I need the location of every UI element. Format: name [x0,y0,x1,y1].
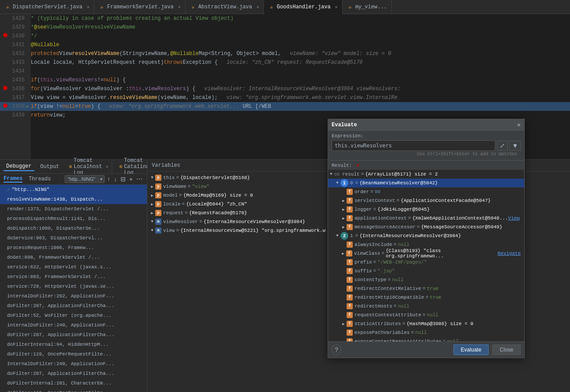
frame-item-13[interactable]: internalDoFilter:240, ApplicationF... [0,320,147,330]
frame-item-18[interactable]: doFilter:207, ApplicationFilterCha... [0,369,147,378]
static-attrs-arrow[interactable] [340,322,347,326]
logger-arrow[interactable] [340,207,347,212]
code-line-1437: View view = viewResolver.resolveViewName… [31,93,570,102]
tab-close-btn[interactable]: ✕ [87,4,89,10]
code-line-1434 [31,67,570,76]
tab-close-btn-4[interactable]: ✕ [335,4,338,10]
tab-my-view[interactable]: ☕ my_view... [343,0,392,14]
result-always-include[interactable]: f alwaysInclude = null [328,240,524,249]
expand-icon[interactable]: ⤢ [497,141,508,150]
frame-item-8[interactable]: service:883, FrameworkServlet /... [0,272,147,282]
tree-arrow-viewresolver[interactable] [149,220,155,224]
result-order[interactable]: f order = 99 [328,187,524,196]
tree-arrow-view[interactable] [149,228,155,233]
code-line-1439: return view; [31,111,570,120]
tree-arrow-request[interactable] [149,211,155,216]
frame-item-12[interactable]: doFilter:52, WsFilter (org.apache... [0,311,147,320]
field-icon-redirect-http10: f [347,294,353,300]
result-prefix[interactable]: f prefix = "/WEB-INF/pages/" [328,258,524,267]
frame-item-15[interactable]: doFilterInternal:94, HiddenHttpM... [0,340,147,349]
frame-item-9[interactable]: service:729, HttpServlet (javax.se... [0,282,147,291]
result-servlet-context[interactable]: f servletContext = {ApplicationContextFa… [328,196,524,205]
frame-item-3[interactable]: doDispatch:1080, DispatcherSe... [0,223,147,233]
frame-item-11[interactable]: doFilter:207, ApplicationFilterCha... [0,301,147,311]
code-line-1433: Locale locale, HttpServletRequest reques… [31,58,570,67]
result-item-1[interactable]: 2 1 = {InternalResourceViewResolver@3984… [328,231,524,240]
more-icon[interactable]: ⋯ [135,175,143,183]
result-root[interactable]: oo result = {ArrayList@5171} size = 2 [328,170,524,179]
result-msg-src[interactable]: f messageSourceAccessor = {MessageSource… [328,223,524,231]
frame-item-10[interactable]: internalDoFilter:292, ApplicationF... [0,291,147,301]
frame-item-7[interactable]: service:622, HttpServlet (javax.s... [0,262,147,272]
help-button[interactable]: ? [332,344,341,355]
tab-close-btn-3[interactable]: ✕ [256,4,259,10]
result-expose-path[interactable]: f exposePathVariables = null [328,328,524,337]
tab-framework-servlet[interactable]: ☕ FrameworkServlet.java ✕ [94,0,185,14]
result-view-class[interactable]: f viewClass = {Class@5193} "class org.sp… [328,249,524,258]
tree-arrow-this[interactable] [149,176,155,180]
down-icon[interactable]: ↓ [113,175,118,183]
frame-item-active[interactable]: ✓ "http...NING" [0,185,147,194]
tab-tomcat-localhost[interactable]: ⚙ Tomcat Localhost Log ✕ [66,160,112,174]
gutter-bp-1430 [2,33,9,39]
frames-tab[interactable]: Frames [4,176,22,183]
result-expose-ctx-beans[interactable]: f exposeContextBeansAsAttributes = null [328,337,524,341]
tree-arrow-model[interactable] [149,193,155,198]
frame-item-5[interactable]: processRequest:1006, Framew... [0,243,147,253]
result-req-ctx-attr[interactable]: f requestContextAttribute = null [328,311,524,319]
tree-arrow-locale[interactable] [149,202,155,207]
result-content-type[interactable]: f contentType = null [328,275,524,284]
tab-goods-handler[interactable]: ☕ GoodsHandler.java ✕ [264,0,342,14]
gutter-line-1431: 1431 [0,40,31,49]
thread-dropdown[interactable]: "http...NING" [65,175,105,183]
frame-item-4[interactable]: doService:963, DispatcherServl... [0,233,147,243]
tab-debugger[interactable]: Debugger [4,162,34,171]
field-icon-content-type: f [347,277,353,283]
result-item-0-arrow[interactable] [334,181,340,185]
result-root-arrow[interactable] [328,172,334,176]
result-suffix[interactable]: f suffix = ".jsp" [328,267,524,275]
frame-item-19[interactable]: doFilterInternal:201, CharacterEm... [0,378,147,388]
result-item-0[interactable]: 1 0 = {BeanNameViewResolver@5042} [328,179,524,187]
code-line-1430: */ [31,32,570,40]
frame-item-1[interactable]: render:1373, DispatcherServlet /... [0,204,147,214]
evaluate-close-icon[interactable]: ✕ [517,121,521,128]
frame-item-20[interactable]: doFilter:119, OncePerRequestFilte... [0,388,147,392]
result-item-1-arrow[interactable] [334,234,340,238]
result-static-attrs[interactable]: f staticAttributes = {HashMap@3986} size… [328,319,524,328]
tab-output[interactable]: Output [38,163,62,171]
add-icon[interactable]: + [128,175,134,183]
msg-src-arrow[interactable] [340,225,347,230]
filter-icon[interactable]: ⊟ [120,175,127,183]
frame-item-17[interactable]: InternalDoFilter:240, ApplicationF... [0,359,147,369]
tab-close-btn-2[interactable]: ✕ [178,4,181,10]
tree-arrow-viewname[interactable] [149,184,155,189]
thread-dropdown-wrapper[interactable]: "http...NING" [65,175,105,183]
close-button[interactable]: Close [492,344,521,355]
tab-close-tomcat-local[interactable]: ✕ [106,164,108,169]
frame-item-14[interactable]: doFilter:207, ApplicationFilterCha... [0,330,147,340]
view-class-arrow[interactable] [340,251,346,256]
gutter-line-1428: 1428 [0,14,31,23]
tab-dispatcher-servlet[interactable]: ☕ DispatcherServlet.java ✕ [0,0,94,14]
field-icon-always-inc: f [347,242,353,248]
frame-item-6[interactable]: doGet:898, FrameworkServlet /... [0,253,147,262]
expression-input[interactable] [332,140,495,151]
threads-tab[interactable]: Threads [29,176,51,182]
history-icon[interactable]: ▼ [509,141,521,150]
tab-abstract-view[interactable]: ☕ AbstractView.java ✕ [186,0,264,14]
up-icon[interactable]: ↑ [106,175,111,183]
frame-item-0[interactable]: resolveViewName:1438, Dispatch... [0,194,147,204]
evaluate-button[interactable]: Evaluate [453,344,489,355]
evaluate-footer: ? Evaluate Close [328,341,524,358]
result-app-context[interactable]: f applicationContext = {XmlWebApplicatio… [328,214,524,223]
debug-tab-bar: Debugger Output ⚙ Tomcat Localhost Log ✕… [0,160,147,174]
result-redirect-ctx-rel[interactable]: f redirectContextRelative = true [328,284,524,293]
frame-item-16[interactable]: doFilter:119, OncePerRequestFilte... [0,349,147,359]
result-redirect-http10[interactable]: f redirectHttp10Compatible = true [328,293,524,302]
servlet-context-arrow[interactable] [340,198,347,203]
frame-item-2[interactable]: processDispatchResult:1141, Dis... [0,214,147,223]
app-context-arrow[interactable] [340,216,347,221]
result-logger[interactable]: f logger = {Jdk14Logger@5045} [328,205,524,214]
result-redirect-hosts[interactable]: f redirectHosts = null [328,302,524,311]
